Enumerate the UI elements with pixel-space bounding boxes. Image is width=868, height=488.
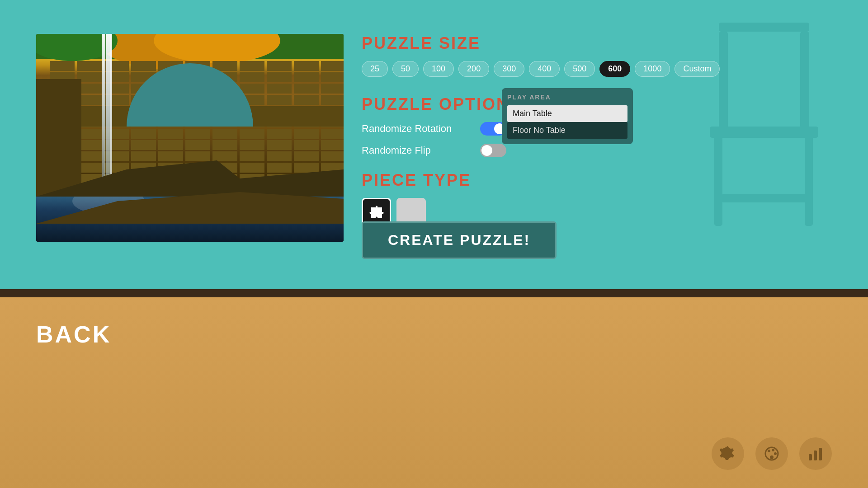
size-btn-custom[interactable]: Custom	[675, 61, 720, 77]
svg-rect-14	[814, 450, 817, 460]
size-btn-400[interactable]: 400	[529, 61, 560, 77]
toggle-flip-knob	[481, 145, 492, 156]
size-btn-500[interactable]: 500	[564, 61, 595, 77]
puzzle-piece-icon	[368, 204, 386, 222]
play-area-title: PLAY AREA	[507, 94, 627, 101]
stats-icon-button[interactable]	[799, 437, 832, 470]
randomize-rotation-label: Randomize Rotation	[362, 123, 452, 135]
puzzle-size-title: PUZZLE SIZE	[362, 34, 841, 53]
randomize-flip-row: Randomize Flip	[362, 144, 506, 157]
puzzle-size-section: PUZZLE SIZE 25501002003004005006001000Cu…	[362, 34, 841, 77]
svg-rect-0	[719, 23, 809, 32]
settings-icon-button[interactable]	[712, 437, 744, 470]
size-btn-200[interactable]: 200	[458, 61, 489, 77]
size-btn-50[interactable]: 50	[392, 61, 419, 77]
play-area-option-main-table[interactable]: Main Table	[507, 105, 627, 122]
svg-rect-13	[809, 454, 812, 460]
size-btn-25[interactable]: 25	[362, 61, 388, 77]
size-buttons-group: 25501002003004005006001000Custom	[362, 61, 841, 77]
svg-point-12	[770, 455, 774, 459]
svg-rect-15	[819, 448, 822, 460]
svg-point-11	[774, 452, 777, 455]
svg-point-9	[768, 450, 770, 452]
palette-icon-button[interactable]	[755, 437, 788, 470]
randomize-rotation-row: Randomize Rotation	[362, 122, 506, 136]
play-area-panel: PLAY AREA Main TableFloor No Table	[502, 88, 633, 144]
size-btn-300[interactable]: 300	[494, 61, 524, 77]
palette-icon	[763, 445, 780, 462]
bottom-icons-group	[712, 437, 832, 470]
randomize-flip-label: Randomize Flip	[362, 145, 431, 156]
size-btn-600[interactable]: 600	[599, 61, 630, 77]
piece-type-title: PIECE TYPE	[362, 171, 841, 190]
svg-point-10	[772, 449, 774, 451]
play-area-options: Main TableFloor No Table	[507, 105, 627, 139]
stats-icon	[807, 445, 824, 462]
puzzle-preview-image	[36, 34, 344, 242]
piece-type-section: PIECE TYPE	[362, 171, 841, 227]
back-button[interactable]: BACK	[36, 321, 111, 348]
separator-bar	[0, 289, 868, 297]
gear-icon	[719, 445, 736, 462]
create-puzzle-button[interactable]: CREATE PUZZLE!	[362, 221, 557, 259]
play-area-option-floor-no-table[interactable]: Floor No Table	[507, 122, 627, 139]
size-btn-100[interactable]: 100	[423, 61, 454, 77]
size-btn-1000[interactable]: 1000	[635, 61, 670, 77]
randomize-flip-toggle[interactable]	[480, 144, 506, 157]
